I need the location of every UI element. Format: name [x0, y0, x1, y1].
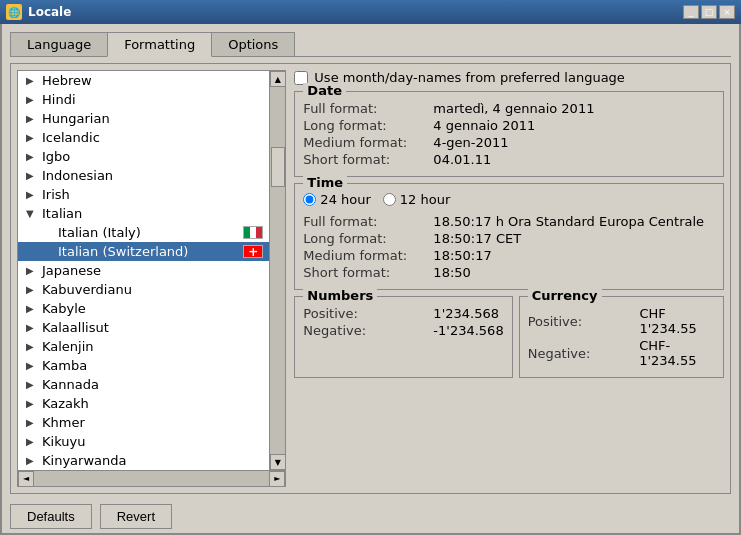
radio-24hour[interactable]: 24 hour [303, 192, 370, 207]
format-label: Long format: [303, 231, 433, 246]
expand-arrow-icon: ▶ [26, 303, 38, 314]
ch-flag-icon [243, 245, 263, 258]
expand-arrow-icon: ▶ [26, 265, 38, 276]
currency-rows: Positive:CHF 1'234.55Negative:CHF-1'234.… [528, 305, 715, 369]
date-format-rows: Full format:martedì, 4 gennaio 2011Long … [303, 100, 715, 168]
scroll-up-button[interactable]: ▲ [270, 71, 286, 87]
scroll-down-button[interactable]: ▼ [270, 454, 286, 470]
expand-arrow-icon: ▶ [26, 322, 38, 333]
format-value: 18:50:17 CET [433, 231, 521, 246]
tab-language[interactable]: Language [10, 32, 108, 57]
format-label: Negative: [528, 346, 640, 361]
expand-arrow-icon: ▶ [26, 132, 38, 143]
format-row: Negative:-1'234.568 [303, 322, 503, 339]
format-row: Full format:18.50:17 h Ora Standard Euro… [303, 213, 715, 230]
format-label: Short format: [303, 152, 433, 167]
list-item[interactable]: ▶Igbo [18, 147, 269, 166]
defaults-button[interactable]: Defaults [10, 504, 92, 529]
list-item[interactable]: ▶Hebrew [18, 71, 269, 90]
content-area: ▶Hebrew▶Hindi▶Hungarian▶Icelandic▶Igbo▶I… [10, 63, 731, 494]
format-label: Medium format: [303, 135, 433, 150]
language-label: Hindi [42, 92, 265, 107]
format-label: Negative: [303, 323, 433, 338]
language-label: Kabyle [42, 301, 265, 316]
list-item[interactable]: Italian (Switzerland) [18, 242, 269, 261]
language-label: Kikuyu [42, 434, 265, 449]
list-item[interactable]: ▶Kazakh [18, 394, 269, 413]
language-label: Kalaallisut [42, 320, 265, 335]
window-title: Locale [28, 5, 677, 19]
radio-12hour-label: 12 hour [400, 192, 450, 207]
bottom-panels: Numbers Positive:1'234.568Negative:-1'23… [294, 296, 724, 378]
window-icon: 🌐 [6, 4, 22, 20]
revert-button[interactable]: Revert [100, 504, 172, 529]
expand-arrow-icon: ▶ [26, 455, 38, 466]
format-value: CHF-1'234.55 [639, 338, 715, 368]
close-button[interactable]: × [719, 5, 735, 19]
scrollbar-thumb[interactable] [271, 147, 285, 187]
list-item[interactable]: ▶Japanese [18, 261, 269, 280]
format-value: 18.50:17 h Ora Standard Europa Centrale [433, 214, 704, 229]
minimize-button[interactable]: _ [683, 5, 699, 19]
list-item[interactable]: ▶Kalaallisut [18, 318, 269, 337]
list-item[interactable]: ▶Kinyarwanda [18, 451, 269, 470]
list-item[interactable]: ▶Hindi [18, 90, 269, 109]
language-label: Kamba [42, 358, 265, 373]
language-label: Hungarian [42, 111, 265, 126]
list-item[interactable]: ▶Hungarian [18, 109, 269, 128]
list-item[interactable]: ▶Kabyle [18, 299, 269, 318]
language-label: Icelandic [42, 130, 265, 145]
language-label: Khmer [42, 415, 265, 430]
language-label: Irish [42, 187, 265, 202]
list-item[interactable]: ▶Indonesian [18, 166, 269, 185]
right-panel: Use month/day-names from preferred langu… [294, 70, 724, 487]
language-label: Kalenjin [42, 339, 265, 354]
main-window: Language Formatting Options ▶Hebrew▶Hind… [0, 24, 741, 535]
expand-arrow-icon: ▶ [26, 189, 38, 200]
expand-arrow-icon: ▶ [26, 417, 38, 428]
list-item[interactable]: ▶Irish [18, 185, 269, 204]
list-item[interactable]: ▶Khmer [18, 413, 269, 432]
list-item[interactable]: ▶Icelandic [18, 128, 269, 147]
expand-arrow-icon: ▶ [26, 284, 38, 295]
scrollbar-track-area[interactable] [270, 87, 286, 454]
time-group-title: Time [303, 175, 347, 190]
tab-formatting[interactable]: Formatting [107, 32, 212, 57]
format-label: Positive: [303, 306, 433, 321]
tab-options[interactable]: Options [211, 32, 295, 57]
time-format-rows: Full format:18.50:17 h Ora Standard Euro… [303, 213, 715, 281]
it-flag-icon [243, 226, 263, 239]
scroll-right-button[interactable]: ► [269, 471, 285, 487]
list-item[interactable]: ▶Kamba [18, 356, 269, 375]
title-bar: 🌐 Locale _ □ × [0, 0, 741, 24]
time-radio-row: 24 hour 12 hour [303, 188, 715, 213]
footer: Defaults Revert [10, 500, 731, 529]
format-value: 4 gennaio 2011 [433, 118, 535, 133]
list-item[interactable]: ▶Kalenjin [18, 337, 269, 356]
format-value: 18:50:17 [433, 248, 491, 263]
maximize-button[interactable]: □ [701, 5, 717, 19]
month-names-checkbox-row: Use month/day-names from preferred langu… [294, 70, 724, 85]
list-item[interactable]: ▶Kabuverdianu [18, 280, 269, 299]
format-row: Long format:4 gennaio 2011 [303, 117, 715, 134]
radio-12hour-input[interactable] [383, 193, 396, 206]
language-label: Hebrew [42, 73, 265, 88]
date-group-title: Date [303, 83, 346, 98]
list-item[interactable]: ▶Kannada [18, 375, 269, 394]
radio-24hour-input[interactable] [303, 193, 316, 206]
language-label: Kinyarwanda [42, 453, 265, 468]
language-list-scroll[interactable]: ▶Hebrew▶Hindi▶Hungarian▶Icelandic▶Igbo▶I… [18, 71, 269, 470]
horizontal-scrollbar[interactable]: ◄ ► [18, 470, 285, 486]
list-item[interactable]: ▶Kikuyu [18, 432, 269, 451]
list-item[interactable]: ▼Italian [18, 204, 269, 223]
scroll-left-button[interactable]: ◄ [18, 471, 34, 487]
radio-12hour[interactable]: 12 hour [383, 192, 450, 207]
numbers-rows: Positive:1'234.568Negative:-1'234.568 [303, 305, 503, 339]
h-scrollbar-track[interactable] [34, 471, 269, 486]
expand-arrow-icon: ▶ [26, 94, 38, 105]
language-label: Italian (Switzerland) [58, 244, 239, 259]
expand-arrow-icon: ▶ [26, 360, 38, 371]
list-item[interactable]: Italian (Italy) [18, 223, 269, 242]
format-label: Long format: [303, 118, 433, 133]
vertical-scrollbar[interactable]: ▲ ▼ [269, 71, 285, 470]
